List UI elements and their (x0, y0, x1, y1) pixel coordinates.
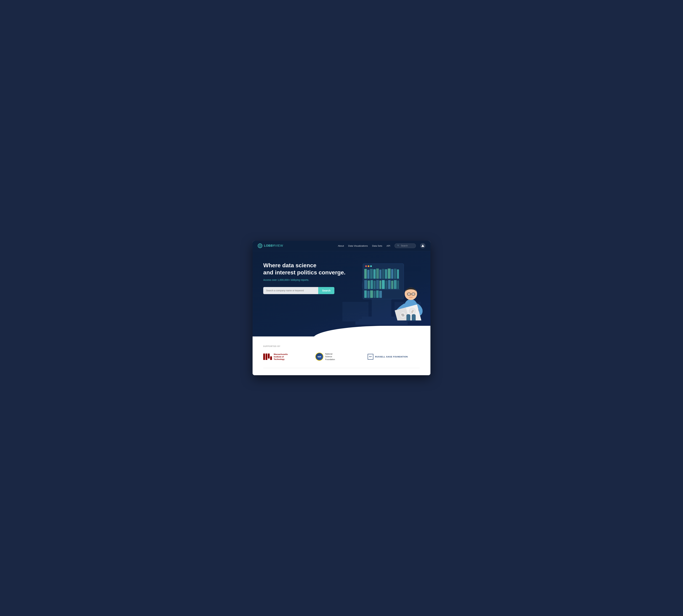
nav-search-placeholder: Search (401, 244, 407, 247)
hero-title: Where data science and interest politics… (263, 262, 349, 276)
rsf-sponsor: RSF RUSSELL SAGE FOUNDATION (368, 354, 420, 359)
svg-rect-53 (407, 293, 411, 295)
hero-section: 🐘 🫏 Where data science and interest poli… (252, 251, 431, 336)
hero-title-line2: and interest politics converge. (263, 269, 346, 276)
search-bar: Search (263, 287, 334, 294)
svg-rect-36 (376, 280, 379, 289)
hero-title-line1: Where data science (263, 262, 316, 268)
foreground-illustration: 🐘 🫏 (359, 257, 423, 321)
svg-rect-31 (364, 279, 400, 280)
nsf-logo: NSF National Science Foundation (315, 353, 335, 361)
svg-rect-12 (355, 322, 407, 325)
nsf-sponsor: NSF National Science Foundation (315, 353, 368, 361)
nav-links: About Data Visualizations Data Sets API … (338, 243, 425, 248)
logo-light: VIEW (275, 244, 283, 247)
search-input[interactable] (263, 287, 318, 294)
hero-subtitle: Access over 1,000,000+ lobbying reports. (263, 279, 349, 281)
svg-rect-54 (412, 293, 415, 295)
mit-bar-3 (268, 354, 270, 358)
svg-rect-39 (385, 281, 388, 289)
svg-rect-42 (394, 280, 397, 289)
svg-rect-43 (397, 281, 399, 289)
svg-rect-27 (388, 268, 391, 279)
svg-point-16 (365, 265, 367, 267)
user-account-button[interactable] (420, 243, 425, 248)
mit-text: Massachusetts Institute of Technology (274, 353, 288, 361)
rsf-text: RUSSELL SAGE FOUNDATION (375, 356, 408, 358)
user-icon (421, 244, 424, 247)
logo-text: LOBBYVIEW (264, 244, 283, 247)
svg-point-56 (410, 295, 412, 296)
svg-rect-64 (412, 314, 416, 321)
svg-rect-28 (391, 269, 393, 279)
svg-rect-29 (394, 269, 396, 279)
nav-about[interactable]: About (338, 244, 344, 247)
supported-by-label: SUPPORTED BY (263, 345, 420, 347)
nsf-text: National Science Foundation (325, 353, 335, 361)
svg-rect-23 (376, 268, 379, 279)
svg-rect-48 (374, 291, 376, 298)
svg-rect-30 (397, 269, 399, 279)
logo[interactable]: LOBBYVIEW (258, 243, 283, 248)
svg-point-18 (370, 265, 372, 267)
hero-content: Where data science and interest politics… (263, 262, 349, 294)
mit-bar-2 (266, 354, 267, 360)
svg-rect-33 (368, 281, 370, 289)
lobbyview-logo-icon (258, 243, 263, 248)
illustration-svg: 🐘 🫏 (359, 257, 423, 321)
mit-line3: Technology (274, 358, 288, 360)
nav-data-sets[interactable]: Data Sets (372, 244, 382, 247)
footer-divider (263, 368, 420, 368)
search-icon: 🔍 (397, 244, 400, 247)
svg-rect-25 (382, 269, 384, 279)
mit-bars-icon (263, 354, 272, 360)
svg-rect-32 (364, 280, 367, 289)
mit-logo: Massachusetts Institute of Technology (263, 353, 288, 361)
rsf-logo: RSF RUSSELL SAGE FOUNDATION (368, 354, 408, 359)
svg-rect-22 (373, 269, 376, 279)
nsf-badge-icon: NSF (315, 353, 323, 361)
mit-line2: Institute of (274, 355, 288, 358)
rsf-badge-icon: RSF (368, 354, 373, 359)
mit-line1: Massachusetts (274, 353, 288, 355)
sponsors-row: Massachusetts Institute of Technology NS… (263, 353, 420, 361)
svg-rect-45 (364, 290, 367, 298)
nav-search[interactable]: 🔍 Search (395, 243, 416, 248)
svg-rect-44 (364, 289, 400, 290)
nsf-line2: Science (325, 355, 335, 358)
browser-window: LOBBYVIEW About Data Visualizations Data… (252, 241, 431, 375)
svg-rect-19 (364, 269, 367, 279)
logo-bold: LOBBY (264, 244, 275, 247)
svg-rect-35 (374, 281, 376, 289)
navbar: LOBBYVIEW About Data Visualizations Data… (252, 241, 431, 251)
svg-rect-40 (388, 280, 391, 289)
svg-rect-46 (367, 291, 370, 298)
search-button[interactable]: Search (318, 287, 334, 294)
svg-rect-34 (371, 280, 373, 289)
svg-rect-47 (370, 290, 373, 298)
nav-api[interactable]: API (387, 244, 390, 247)
svg-rect-26 (385, 269, 387, 279)
svg-rect-38 (382, 280, 385, 289)
svg-rect-20 (367, 270, 370, 279)
mit-bar-1 (263, 354, 265, 360)
svg-rect-24 (379, 270, 381, 279)
svg-rect-49 (376, 290, 379, 298)
nsf-line3: Foundation (325, 358, 335, 361)
nsf-short: NSF (318, 356, 322, 358)
svg-point-17 (368, 265, 370, 267)
nav-data-visualizations[interactable]: Data Visualizations (348, 244, 368, 247)
mit-sponsor: Massachusetts Institute of Technology (263, 353, 315, 361)
svg-rect-50 (379, 291, 382, 298)
supported-by-section: SUPPORTED BY Massachusetts Institute of … (252, 336, 431, 375)
mit-bar-4 (270, 356, 272, 360)
svg-rect-63 (406, 314, 410, 321)
svg-rect-21 (370, 269, 373, 279)
nsf-line1: National (325, 353, 335, 355)
svg-rect-41 (391, 281, 393, 289)
rsf-short: RSF (369, 356, 372, 357)
svg-rect-37 (379, 281, 381, 289)
